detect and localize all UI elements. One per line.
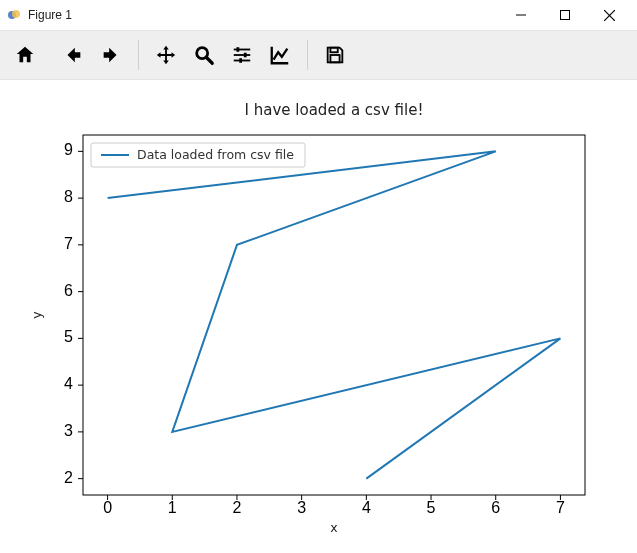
arrow-left-icon <box>62 44 84 66</box>
x-axis-label: x <box>330 520 337 535</box>
x-tick-label: 1 <box>168 499 177 516</box>
edit-axis-button[interactable] <box>261 35 299 75</box>
close-button[interactable] <box>587 0 631 30</box>
move-icon <box>155 44 177 66</box>
y-tick-label: 7 <box>64 235 73 252</box>
save-button[interactable] <box>316 35 354 75</box>
app-icon <box>6 7 22 23</box>
window-title: Figure 1 <box>28 8 72 22</box>
chart-svg: I have loaded a csv file!012345672345678… <box>0 80 637 553</box>
x-tick-label: 6 <box>491 499 500 516</box>
x-tick-label: 2 <box>233 499 242 516</box>
svg-rect-9 <box>237 47 240 52</box>
sliders-icon <box>231 44 253 66</box>
toolbar-separator <box>307 40 308 70</box>
x-tick-label: 3 <box>297 499 306 516</box>
x-tick-label: 7 <box>556 499 565 516</box>
y-tick-label: 8 <box>64 188 73 205</box>
zoom-button[interactable] <box>185 35 223 75</box>
figure-canvas[interactable]: I have loaded a csv file!012345672345678… <box>0 80 637 553</box>
window-titlebar: Figure 1 <box>0 0 637 30</box>
svg-rect-14 <box>330 48 337 53</box>
y-tick-label: 6 <box>64 282 73 299</box>
matplotlib-toolbar <box>0 30 637 80</box>
x-tick-label: 0 <box>103 499 112 516</box>
svg-rect-11 <box>244 53 247 58</box>
svg-rect-15 <box>330 55 339 62</box>
svg-rect-3 <box>561 11 570 20</box>
svg-rect-13 <box>239 58 242 63</box>
svg-line-7 <box>207 58 213 64</box>
chart-line-icon <box>269 44 291 66</box>
arrow-right-icon <box>100 44 122 66</box>
chart-title: I have loaded a csv file! <box>245 101 424 119</box>
pan-button[interactable] <box>147 35 185 75</box>
forward-button[interactable] <box>92 35 130 75</box>
toolbar-separator <box>138 40 139 70</box>
y-tick-label: 3 <box>64 422 73 439</box>
line-series <box>108 151 561 478</box>
y-tick-label: 2 <box>64 469 73 486</box>
back-button[interactable] <box>54 35 92 75</box>
y-tick-label: 9 <box>64 141 73 158</box>
configure-button[interactable] <box>223 35 261 75</box>
zoom-icon <box>193 44 215 66</box>
home-icon <box>14 44 36 66</box>
save-icon <box>324 44 346 66</box>
minimize-button[interactable] <box>499 0 543 30</box>
maximize-button[interactable] <box>543 0 587 30</box>
y-tick-label: 4 <box>64 375 73 392</box>
axes-frame <box>83 135 585 495</box>
x-tick-label: 5 <box>427 499 436 516</box>
y-tick-label: 5 <box>64 328 73 345</box>
y-axis-label: y <box>29 311 44 319</box>
home-button[interactable] <box>6 35 44 75</box>
svg-point-1 <box>12 10 20 18</box>
legend-label: Data loaded from csv file <box>137 147 294 162</box>
x-tick-label: 4 <box>362 499 371 516</box>
